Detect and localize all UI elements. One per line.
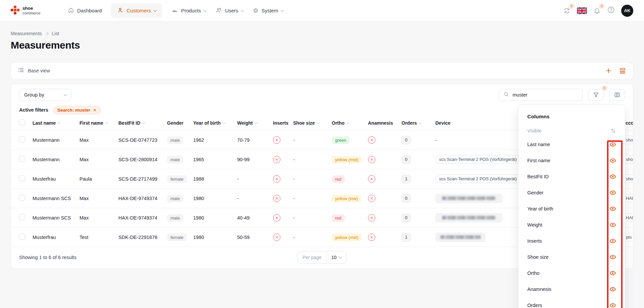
ortho-badge: yellow (low): [332, 195, 361, 202]
gender-badge: male: [167, 214, 183, 222]
close-icon[interactable]: [93, 108, 97, 112]
logo-line1: shoe: [22, 6, 41, 11]
row-checkbox[interactable]: [19, 234, 25, 240]
sort-chevron-icon[interactable]: [346, 121, 349, 124]
nav-item-users[interactable]: Users: [216, 7, 244, 14]
cell-bestfit-id: SCS-DE-0747723: [118, 137, 167, 143]
nav-item-products[interactable]: Products: [172, 7, 206, 14]
visibility-toggle-button[interactable]: [609, 189, 617, 196]
sort-chevron-icon[interactable]: [255, 121, 257, 124]
columns-panel-item[interactable]: Weight: [519, 217, 625, 233]
breadcrumb: Measurements List: [11, 21, 633, 36]
view-options-button[interactable]: [619, 67, 626, 74]
col-header-weight[interactable]: Weight: [237, 120, 273, 126]
sort-chevron-icon[interactable]: [222, 121, 225, 124]
logo[interactable]: shoe commerce: [11, 6, 54, 16]
anamnesis-none-icon: [368, 156, 375, 163]
device-cell: [435, 194, 502, 203]
visibility-toggle-button[interactable]: [609, 254, 617, 260]
per-page-label: Per page: [298, 251, 327, 263]
visibility-toggle-button[interactable]: [609, 141, 617, 148]
redacted-device-blur: [442, 216, 496, 220]
visibility-toggle-button[interactable]: [609, 157, 617, 164]
users-icon: [216, 7, 222, 14]
search-filter-chip[interactable]: Search: muster: [53, 106, 101, 114]
column-item-label: Shoe size: [527, 254, 549, 260]
orders-count-badge: 0: [401, 155, 411, 164]
columns-panel-item[interactable]: Shoe size: [519, 249, 625, 265]
columns-panel-item[interactable]: Last name: [519, 136, 625, 152]
col-header-first-name[interactable]: First name: [79, 120, 118, 126]
help-button[interactable]: [607, 6, 615, 15]
col-header-bestfit-id[interactable]: BestFit ID: [118, 120, 167, 126]
row-checkbox[interactable]: [19, 175, 25, 181]
cell-first-name: Test: [79, 235, 118, 240]
columns-panel-item[interactable]: Gender: [519, 185, 625, 201]
visibility-toggle-button[interactable]: [609, 238, 617, 244]
nav-item-dashboard[interactable]: Dashboard: [68, 7, 102, 14]
per-page-select[interactable]: Per page 10: [298, 251, 346, 264]
sync-button[interactable]: 0: [563, 7, 571, 14]
row-checkbox[interactable]: [19, 195, 25, 201]
sort-chevron-icon[interactable]: [419, 121, 422, 124]
col-header-last-name[interactable]: Last name: [33, 120, 79, 126]
cell-bestfit-id: SDK-DE-2291878: [118, 235, 167, 240]
add-view-button[interactable]: [605, 67, 612, 74]
filter-badge: 0: [601, 85, 607, 91]
visibility-toggle-button[interactable]: [609, 286, 617, 293]
col-header-shoe-size[interactable]: Shoe size: [293, 120, 332, 126]
filter-chip-text: Search: muster: [57, 108, 90, 113]
page-title: Measurements: [11, 40, 633, 51]
col-header-anamnesis: Anamnesis: [368, 120, 401, 126]
cell-year-of-birth: 1965: [193, 157, 237, 162]
row-checkbox[interactable]: [19, 136, 25, 142]
redacted-device-blur: [440, 235, 481, 239]
eye-icon: [609, 222, 616, 228]
columns-panel-item[interactable]: Year of birth: [519, 201, 625, 217]
columns-panel-item[interactable]: Orders: [519, 297, 625, 308]
notifications-button[interactable]: 0: [593, 7, 601, 14]
sort-chevron-icon[interactable]: [142, 121, 145, 124]
visibility-toggle-button[interactable]: [609, 222, 617, 228]
filter-button[interactable]: 0: [588, 89, 604, 101]
nav-item-system[interactable]: ⚙ System: [253, 8, 283, 14]
sort-arrows-icon[interactable]: [610, 128, 616, 134]
select-all-checkbox[interactable]: [19, 119, 25, 125]
eye-icon: [609, 302, 616, 308]
columns-button[interactable]: [609, 89, 625, 101]
chevron-down-icon: [64, 93, 67, 96]
row-checkbox[interactable]: [19, 214, 25, 220]
col-header-orders[interactable]: Orders: [401, 120, 435, 126]
avatar[interactable]: AK: [621, 5, 633, 17]
visibility-toggle-button[interactable]: [609, 270, 617, 276]
cell-bestfit-id: HAX-DE-9749374: [118, 196, 167, 201]
sort-chevron-icon[interactable]: [105, 121, 108, 124]
group-by-select[interactable]: Group by: [19, 89, 71, 101]
columns-panel-item[interactable]: Inserts: [519, 233, 625, 249]
results-summary: Showing 1 to 6 of 6 results: [19, 255, 76, 260]
search-input[interactable]: [512, 92, 578, 98]
row-checkbox[interactable]: [19, 156, 25, 162]
orders-count-badge: 0: [401, 213, 411, 222]
columns-panel-item[interactable]: Ortho: [519, 265, 625, 281]
col-header-year-of-birth[interactable]: Year of birth: [193, 120, 237, 126]
breadcrumb-measurements[interactable]: Measurements: [11, 31, 42, 36]
col-header-ortho[interactable]: Ortho: [332, 120, 368, 126]
nav-item-customers[interactable]: Customers: [111, 3, 162, 18]
inserts-none-icon: [273, 136, 280, 144]
columns-panel-item[interactable]: First name: [519, 152, 625, 169]
columns-panel-item[interactable]: Anamnesis: [519, 281, 625, 297]
inserts-none-icon: [273, 156, 280, 163]
gender-badge: female: [167, 175, 187, 183]
cell-year-of-birth: 1988: [193, 176, 237, 182]
columns-panel-item[interactable]: BestFit ID: [519, 169, 625, 185]
sort-chevron-icon[interactable]: [58, 121, 60, 124]
visibility-toggle-button[interactable]: [609, 205, 617, 212]
visibility-toggle-button[interactable]: [609, 302, 617, 308]
cell-year-of-birth: 1980: [193, 196, 237, 201]
visibility-toggle-button[interactable]: [609, 173, 617, 180]
language-flag-icon[interactable]: [577, 7, 587, 14]
sort-chevron-icon[interactable]: [317, 121, 319, 124]
breadcrumb-list[interactable]: List: [52, 31, 59, 36]
view-name[interactable]: Base view: [28, 68, 50, 73]
